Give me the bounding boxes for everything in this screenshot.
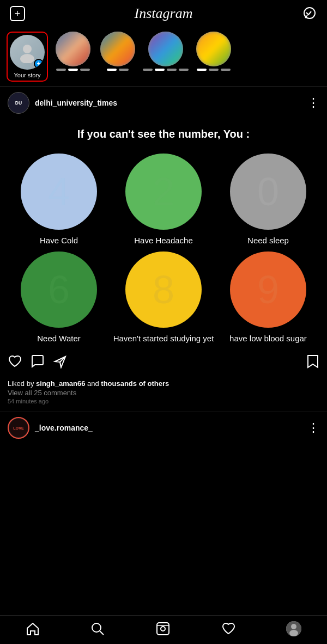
story-item-4[interactable] — [143, 32, 189, 82]
circle-item-studying: 8 Haven't started studying yet — [112, 252, 215, 344]
story-avatar-5 — [196, 32, 231, 66]
post-avatar[interactable]: DU — [8, 92, 29, 114]
svg-text:LOVE: LOVE — [13, 426, 24, 431]
post-more-button[interactable]: ⋮ — [307, 97, 319, 109]
your-story-label: Your story — [14, 72, 40, 78]
view-comments[interactable]: View all 25 comments — [8, 389, 319, 397]
story-item-5[interactable] — [194, 32, 233, 82]
circle-studying-number: 8 — [153, 267, 174, 312]
bottom-navigation — [0, 615, 327, 644]
circle-item-blood-sugar: 9 have low blood sugar — [217, 252, 319, 344]
svg-point-2 — [20, 54, 34, 63]
circle-sleep-number: 0 — [257, 169, 279, 214]
liked-by-user[interactable]: singh_aman66 — [36, 379, 85, 388]
story-avatar-2 — [56, 32, 90, 66]
story-avatar-4 — [148, 32, 183, 66]
post-title: If you can't see the number, You : — [5, 128, 322, 140]
circle-cold: 4 — [21, 154, 97, 230]
circle-sleep: 0 — [230, 154, 306, 230]
add-story-badge: + — [34, 59, 44, 69]
story-item-3[interactable] — [98, 32, 137, 82]
circle-headache-label: Have Headache — [134, 235, 193, 246]
next-post-header: LOVE _love.romance_ ⋮ — [0, 411, 327, 444]
circle-sleep-label: Need sleep — [247, 235, 289, 246]
your-story-item[interactable]: + Your story — [7, 32, 48, 82]
post-header: DU delhi_university_times ⋮ — [0, 87, 327, 119]
add-post-button[interactable]: + — [10, 6, 25, 21]
circle-blood-sugar: 9 — [230, 252, 306, 328]
comment-button[interactable] — [31, 354, 45, 372]
liked-by: Liked by singh_aman66 and thousands of o… — [8, 379, 319, 388]
stories-row: + Your story — [0, 27, 327, 87]
story-avatar-3 — [100, 32, 135, 66]
app-title: Instagram — [135, 5, 193, 22]
svg-line-8 — [100, 631, 104, 635]
circle-blood-sugar-number: 9 — [257, 267, 279, 312]
circle-water: 6 — [21, 252, 97, 328]
messenger-button[interactable] — [302, 6, 317, 21]
circle-item-headache: 2 Have Headache — [112, 154, 215, 246]
svg-point-1 — [23, 45, 32, 53]
profile-avatar — [286, 621, 301, 636]
svg-rect-9 — [157, 623, 169, 635]
circle-cold-number: 4 — [48, 169, 70, 214]
circle-item-water: 6 Need Water — [8, 252, 110, 344]
svg-point-7 — [92, 623, 101, 632]
top-navigation: + Instagram — [0, 0, 327, 27]
svg-point-10 — [161, 627, 165, 631]
your-story-avatar: + — [10, 35, 45, 70]
next-post-username[interactable]: _love.romance_ — [35, 424, 307, 432]
nav-reels-button[interactable] — [156, 622, 170, 636]
post-actions — [0, 349, 327, 377]
circle-studying: 8 — [125, 252, 202, 328]
story-item-2[interactable] — [53, 32, 93, 82]
liked-by-others: thousands of others — [101, 379, 169, 388]
liked-by-prefix: Liked by — [8, 379, 36, 388]
share-button[interactable] — [53, 354, 68, 372]
nav-home-button[interactable] — [26, 622, 40, 636]
post-username[interactable]: delhi_university_times — [35, 99, 307, 107]
circle-studying-label: Haven't started studying yet — [113, 333, 214, 344]
svg-text:DU: DU — [15, 100, 22, 106]
post-content-area: If you can't see the number, You : 4 Hav… — [0, 119, 327, 349]
nav-search-button[interactable] — [90, 622, 105, 636]
circle-item-cold: 4 Have Cold — [8, 154, 110, 246]
like-button[interactable] — [8, 354, 22, 372]
circle-headache-number: 2 — [153, 169, 174, 214]
nav-profile-button[interactable] — [286, 621, 301, 636]
circle-water-label: Need Water — [37, 333, 80, 344]
next-post-more-button[interactable]: ⋮ — [307, 422, 319, 434]
circle-blood-sugar-label: have low blood sugar — [229, 333, 307, 344]
svg-point-14 — [289, 630, 298, 636]
circle-cold-label: Have Cold — [40, 235, 78, 246]
liked-by-and: and — [85, 379, 101, 388]
post-time-ago: 54 minutes ago — [8, 398, 319, 404]
post-info: Liked by singh_aman66 and thousands of o… — [0, 377, 327, 408]
next-post-avatar[interactable]: LOVE — [8, 417, 29, 439]
circle-item-sleep: 0 Need sleep — [217, 154, 319, 246]
circle-headache: 2 — [125, 154, 202, 230]
svg-point-13 — [291, 624, 296, 629]
bookmark-button[interactable] — [306, 354, 319, 372]
circles-grid: 4 Have Cold 2 Have Headache 0 Need sleep — [5, 154, 322, 344]
circle-water-number: 6 — [48, 267, 70, 312]
nav-likes-button[interactable] — [221, 622, 235, 636]
